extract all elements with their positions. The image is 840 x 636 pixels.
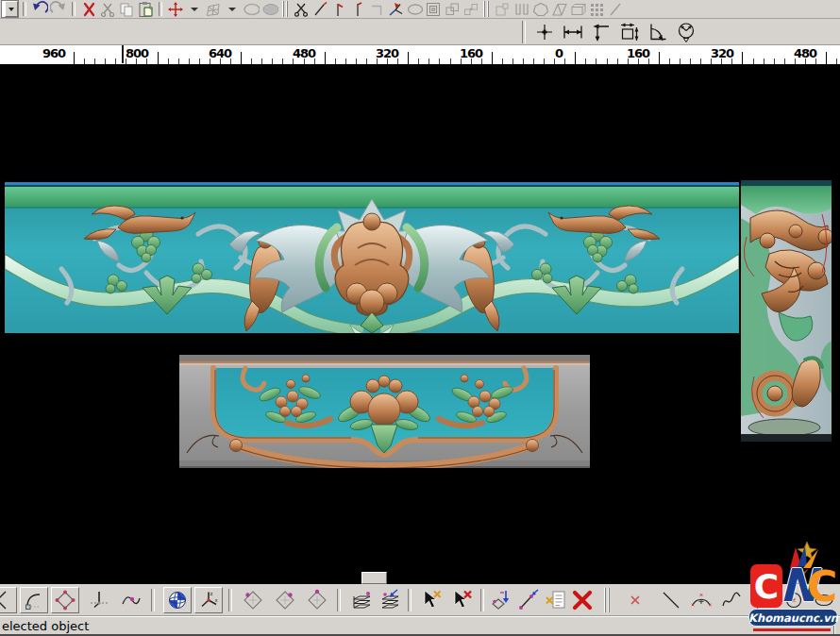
- logo-letter-c2: C: [807, 562, 837, 611]
- deform-dropdown-icon[interactable]: [224, 1, 241, 18]
- divider: [151, 589, 155, 611]
- divider: [228, 589, 232, 611]
- logo-underline: [753, 628, 831, 631]
- divider: [408, 589, 412, 611]
- column-relief-panel[interactable]: [741, 180, 832, 445]
- arc-segment-button[interactable]: [0, 587, 17, 613]
- double-profile-icon[interactable]: [512, 1, 529, 18]
- list-delete-icon[interactable]: [544, 588, 568, 612]
- toolbar-top: [0, 0, 840, 19]
- svg-text:z: z: [210, 590, 213, 595]
- ruler-label: 160: [460, 46, 482, 60]
- layers-stack-icon[interactable]: [349, 588, 374, 612]
- status-bar: elected object: [0, 616, 840, 636]
- delete-all-icon[interactable]: [570, 588, 595, 612]
- ruler-label: 320: [711, 46, 733, 60]
- ungroup-squares-icon[interactable]: [462, 1, 479, 18]
- short-relief-panel[interactable]: [179, 355, 590, 472]
- deform-grid-icon[interactable]: [205, 1, 222, 18]
- svg-text:x: x: [215, 596, 219, 602]
- app-window: { "ruler": { "labels": ["960","800","640…: [0, 0, 840, 636]
- diamond-nodes-button[interactable]: [51, 587, 79, 613]
- trim-line-icon[interactable]: [311, 1, 328, 18]
- ellipse-outline-icon[interactable]: [406, 1, 423, 18]
- delete-icon[interactable]: [80, 1, 97, 18]
- section-divider: [282, 1, 289, 17]
- distance-path-icon[interactable]: [589, 21, 613, 43]
- surface-diamond-tr-icon[interactable]: [273, 588, 297, 612]
- curve-tool-icon[interactable]: [719, 588, 744, 612]
- divider: [337, 589, 341, 611]
- ruler-label: 160: [627, 46, 649, 60]
- long-relief-panel[interactable]: [5, 182, 739, 337]
- section-divider: [483, 1, 490, 17]
- arc-tool-icon[interactable]: [689, 588, 714, 612]
- axis-origin-icon[interactable]: [87, 588, 111, 612]
- chevron-down-icon[interactable]: [5, 1, 18, 17]
- ruler-page-marker: [122, 45, 124, 63]
- transform-cross-icon[interactable]: [167, 1, 184, 18]
- logo-letters: C N C: [748, 561, 838, 610]
- offset-concentric-icon[interactable]: [425, 1, 442, 18]
- history-dropdown[interactable]: [1, 0, 19, 18]
- divider: [522, 21, 526, 43]
- logo-letter-c1: C: [750, 564, 782, 608]
- circle-measure-icon[interactable]: [674, 21, 698, 43]
- ruler-label: 320: [376, 46, 398, 60]
- watermark-logo: C N C Khomaucnc.vn: [748, 542, 838, 634]
- horizontal-scrollbar[interactable]: [0, 571, 840, 584]
- layers-arrow-icon[interactable]: [378, 588, 402, 612]
- scrollbar-thumb[interactable]: [361, 572, 387, 584]
- cut-icon[interactable]: [99, 1, 116, 18]
- cursor-delete-icon[interactable]: [450, 588, 475, 612]
- slash-line-icon[interactable]: [607, 1, 624, 18]
- weld-oval-outline-icon[interactable]: [243, 1, 260, 18]
- transform-dropdown-icon[interactable]: [186, 1, 203, 18]
- point-coordinate-icon[interactable]: [532, 21, 557, 43]
- curve-node-icon[interactable]: [119, 588, 143, 612]
- group-squares-icon[interactable]: [444, 1, 461, 18]
- corner-box-icon[interactable]: [368, 1, 385, 18]
- horizontal-ruler: 960 800 640 480 320 160 0 160 320 480: [0, 45, 840, 65]
- dot-array-icon[interactable]: [588, 1, 605, 18]
- divider: [23, 2, 26, 16]
- fillet-arc-button[interactable]: [20, 587, 48, 613]
- divider: [159, 2, 162, 16]
- solid-box-icon[interactable]: [569, 1, 586, 18]
- surface-diamond-top-icon[interactable]: [305, 588, 329, 612]
- boxed-square-icon[interactable]: [494, 1, 511, 18]
- cursor-deselect-icon[interactable]: [420, 588, 445, 612]
- polygon-outline-icon[interactable]: [531, 1, 548, 18]
- surface-diamond-tl-icon[interactable]: [241, 588, 265, 612]
- angle-measure-icon[interactable]: [646, 21, 670, 43]
- line-tool-icon[interactable]: [659, 588, 683, 612]
- ruler-label: 960: [42, 46, 65, 60]
- paste-icon[interactable]: [137, 1, 154, 18]
- weld-oval-filled-icon[interactable]: [261, 1, 278, 18]
- ruler-label: 640: [209, 46, 231, 60]
- status-text: elected object: [2, 619, 89, 633]
- ruler-label: 480: [293, 46, 315, 60]
- copy-icon[interactable]: [118, 1, 135, 18]
- toolbar-bottom: zx: [0, 584, 840, 616]
- distance-horizontal-icon[interactable]: [561, 21, 585, 43]
- surface-drop-arrow-icon[interactable]: [491, 588, 515, 612]
- toolbar-measure: [0, 19, 840, 45]
- break-line-icon[interactable]: [330, 1, 347, 18]
- node-move-icon[interactable]: [517, 588, 542, 612]
- break-line-2-icon[interactable]: [349, 1, 366, 18]
- undo-icon[interactable]: [31, 1, 48, 18]
- small-x-icon[interactable]: [623, 588, 647, 612]
- ruler-label: 480: [794, 46, 816, 60]
- dimension-box-icon[interactable]: [617, 21, 642, 43]
- axis-3d-button[interactable]: zx: [194, 587, 223, 613]
- ruler-label: 0: [555, 46, 563, 60]
- trim-scissors-icon[interactable]: [293, 1, 310, 18]
- extend-arrow-icon[interactable]: [387, 1, 404, 18]
- redo-icon[interactable]: [50, 1, 67, 18]
- sphere-view-button[interactable]: [163, 587, 192, 613]
- divider: [480, 589, 484, 611]
- design-canvas[interactable]: [0, 65, 840, 571]
- divider: [72, 2, 76, 16]
- triangle-pair-icon[interactable]: [550, 1, 567, 18]
